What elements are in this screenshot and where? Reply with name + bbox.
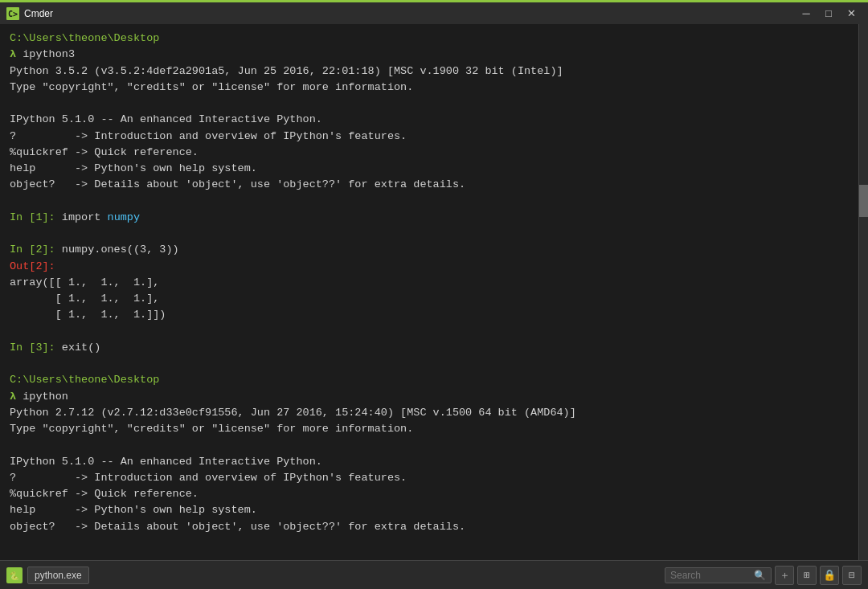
svg-text:C>: C> bbox=[8, 10, 18, 18]
terminal-line: Out[2]: bbox=[10, 259, 849, 275]
terminal-line: IPython 5.1.0 -- An enhanced Interactive… bbox=[10, 112, 849, 128]
terminal-line: [ 1., 1., 1.], bbox=[10, 291, 849, 307]
terminal-line: Type "copyright", "credits" or "license"… bbox=[10, 80, 849, 96]
terminal-line bbox=[10, 356, 849, 372]
maximize-icon: ⊟ bbox=[849, 569, 855, 582]
terminal-line bbox=[10, 437, 849, 453]
maximize-button[interactable]: ⊟ bbox=[842, 566, 862, 585]
add-tab-button[interactable]: ＋ bbox=[775, 566, 794, 585]
terminal-line bbox=[10, 194, 849, 210]
terminal-line bbox=[10, 96, 849, 112]
app-taskbar-icon: 🐍 bbox=[6, 567, 23, 583]
terminal-line: Python 2.7.12 (v2.7.12:d33e0cf91556, Jun… bbox=[10, 405, 849, 421]
close-button[interactable]: ✕ bbox=[841, 5, 862, 22]
window-controls: ─ □ ✕ bbox=[796, 5, 862, 22]
terminal-wrapper: C:\Users\theone\Desktop λ ipython3 Pytho… bbox=[0, 24, 868, 560]
maximize-button[interactable]: □ bbox=[818, 5, 839, 22]
terminal-line: ? -> Introduction and overview of IPytho… bbox=[10, 129, 849, 145]
terminal-line: help -> Python's own help system. bbox=[10, 161, 849, 177]
terminal-line: Type "copyright", "credits" or "license"… bbox=[10, 421, 849, 437]
terminal-line: ? -> Introduction and overview of IPytho… bbox=[10, 470, 849, 486]
minimize-button[interactable]: ─ bbox=[796, 5, 817, 22]
terminal-line: %quickref -> Quick reference. bbox=[10, 145, 849, 161]
terminal-line: IPython 5.1.0 -- An enhanced Interactive… bbox=[10, 454, 849, 470]
tab-label: python.exe bbox=[35, 570, 82, 581]
terminal-line: help -> Python's own help system. bbox=[10, 502, 849, 518]
settings-button[interactable]: 🔒 bbox=[820, 566, 839, 585]
tab-python[interactable]: python.exe bbox=[27, 567, 89, 584]
status-right: 🔍 ＋ ⊞ 🔒 ⊟ bbox=[665, 566, 862, 585]
terminal-line: C:\Users\theone\Desktop bbox=[10, 31, 849, 47]
scrollbar[interactable] bbox=[858, 24, 868, 560]
terminal-line: object? -> Details about 'object', use '… bbox=[10, 519, 849, 535]
title-bar: C> Cmder ─ □ ✕ bbox=[0, 0, 868, 24]
plus-icon: ＋ bbox=[780, 568, 790, 583]
terminal-line bbox=[10, 226, 849, 242]
svg-text:🐍: 🐍 bbox=[10, 571, 20, 581]
terminal-line: object? -> Details about 'object', use '… bbox=[10, 177, 849, 193]
terminal-line: In [1]: import numpy bbox=[10, 210, 849, 226]
status-left: 🐍 python.exe bbox=[6, 567, 89, 584]
title-bar-left: C> Cmder bbox=[6, 7, 53, 20]
window-title: Cmder bbox=[24, 8, 53, 19]
terminal-line: In [3]: exit() bbox=[10, 340, 849, 356]
terminal-line: %quickref -> Quick reference. bbox=[10, 486, 849, 502]
terminal-line: In [2]: numpy.ones((3, 3)) bbox=[10, 242, 849, 258]
search-icon[interactable]: 🔍 bbox=[754, 570, 766, 581]
layout-icon: ⊞ bbox=[804, 569, 810, 582]
terminal-line: [ 1., 1., 1.]]) bbox=[10, 307, 849, 323]
settings-icon: 🔒 bbox=[823, 569, 836, 582]
scrollbar-thumb[interactable] bbox=[859, 185, 868, 217]
app-icon: C> bbox=[6, 7, 19, 20]
terminal-line: λ ipython bbox=[10, 389, 849, 405]
status-bar: 🐍 python.exe 🔍 ＋ ⊞ 🔒 ⊟ bbox=[0, 560, 868, 589]
terminal-line: Python 3.5.2 (v3.5.2:4def2a2901a5, Jun 2… bbox=[10, 63, 849, 80]
terminal-line: C:\Users\theone\Desktop bbox=[10, 372, 849, 388]
terminal-content[interactable]: C:\Users\theone\Desktop λ ipython3 Pytho… bbox=[0, 24, 858, 560]
search-box[interactable]: 🔍 bbox=[665, 567, 772, 583]
layout-button[interactable]: ⊞ bbox=[797, 566, 817, 585]
terminal-line bbox=[10, 324, 849, 340]
snake-icon: 🐍 bbox=[9, 570, 20, 581]
search-input[interactable] bbox=[670, 570, 751, 581]
terminal-line: λ ipython3 bbox=[10, 47, 849, 63]
terminal-line: array([[ 1., 1., 1.], bbox=[10, 275, 849, 291]
